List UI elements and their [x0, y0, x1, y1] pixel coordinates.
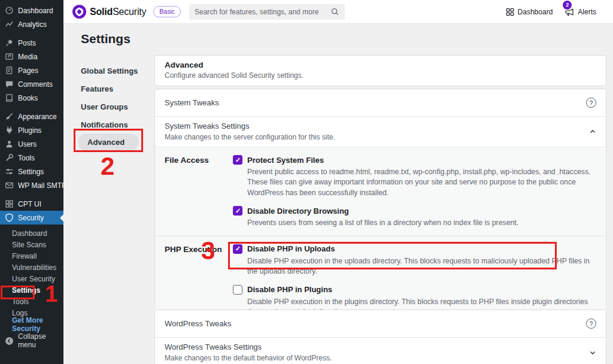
- tab-global-settings[interactable]: Global Settings: [78, 62, 148, 80]
- submenu-item-dashboard[interactable]: Dashboard: [0, 228, 63, 239]
- sidebar-item-label: Media: [18, 53, 38, 61]
- sidebar-item-books[interactable]: Books: [0, 91, 63, 105]
- submenu-item-label: Dashboard: [12, 229, 47, 238]
- submenu-item-label: Firewall: [12, 252, 37, 260]
- submenu-item-label: Site Scans: [12, 241, 46, 249]
- analytics-icon: [5, 20, 14, 29]
- chevron-up-icon[interactable]: [589, 128, 596, 135]
- plugin-topbar: SolidSecurity Basic Dashboard 2 Alerts: [63, 0, 613, 24]
- topbar-alerts-button[interactable]: 2 Alerts: [565, 7, 596, 17]
- comment-icon: [5, 80, 14, 89]
- option-description: Prevent public access to readme.html, re…: [247, 167, 594, 198]
- annotation-number-2: 2: [101, 154, 114, 179]
- collapse-arrow-icon: [5, 336, 14, 345]
- search-input[interactable]: [195, 8, 330, 16]
- sidebar-item-label: Settings: [18, 168, 44, 176]
- sidebar-item-label: WP Mail SMTP: [18, 181, 66, 190]
- option-label[interactable]: Protect System Files: [247, 156, 324, 165]
- tab-advanced[interactable]: Advanced: [78, 134, 139, 151]
- topbar-dashboard-button[interactable]: Dashboard: [506, 8, 553, 16]
- sidebar-item-plugins[interactable]: Plugins: [0, 123, 63, 137]
- sidebar-item-label: CPT UI: [18, 200, 41, 208]
- sidebar-item-media[interactable]: Media: [0, 50, 63, 63]
- submenu-item-vulnerabilities[interactable]: Vulnerabilities: [0, 262, 63, 273]
- collapse-menu-button[interactable]: Collapse menu: [0, 333, 63, 348]
- card-title: System Tweaks: [165, 98, 219, 107]
- wordpress-tweaks-settings-header[interactable]: WordPress Tweaks Settings Make changes t…: [155, 338, 606, 364]
- submenu-item-label: Settings: [12, 286, 40, 295]
- page-icon: [5, 66, 14, 75]
- submenu-item-label: Get More Security: [12, 316, 63, 333]
- file-access-group: File Access Protect System Files Prevent…: [155, 147, 606, 236]
- sidebar-item-users[interactable]: Users: [0, 137, 63, 151]
- sidebar-item-label: Posts: [18, 39, 36, 47]
- tab-label: Global Settings: [81, 66, 138, 75]
- submenu-item-label: User Security: [12, 275, 55, 283]
- submenu-item-label: Tools: [12, 298, 29, 306]
- option-label[interactable]: Disable PHP in Plugins: [247, 285, 332, 294]
- sidebar-item-comments[interactable]: Comments: [0, 77, 63, 91]
- protect-system-files-checkbox[interactable]: [233, 155, 242, 165]
- menu-separator: [0, 31, 63, 36]
- sidebar-item-tools[interactable]: Tools: [0, 151, 63, 165]
- option-label[interactable]: Disable PHP in Uploads: [247, 244, 335, 253]
- sidebar-item-appearance[interactable]: Appearance: [0, 110, 63, 123]
- topbar-alerts-label: Alerts: [578, 8, 596, 16]
- shield-icon: [5, 213, 14, 222]
- tab-features[interactable]: Features: [78, 80, 148, 98]
- sidebar-item-settings[interactable]: Settings: [0, 165, 63, 178]
- submenu-item-label: Vulnerabilities: [12, 263, 56, 272]
- disable-directory-browsing-checkbox[interactable]: [233, 206, 242, 216]
- sidebar-item-label: Appearance: [18, 113, 57, 121]
- disable-php-in-uploads-checkbox[interactable]: [233, 244, 242, 254]
- sidebar-item-label: Pages: [18, 66, 38, 75]
- help-icon[interactable]: ?: [586, 318, 596, 329]
- sidebar-item-label: Comments: [18, 80, 53, 89]
- submenu-item-tools[interactable]: Tools: [0, 296, 63, 307]
- sidebar-item-label: Analytics: [18, 20, 47, 29]
- option-description: Disable PHP execution in the uploads dir…: [247, 256, 594, 277]
- disable-php-in-plugins-checkbox[interactable]: [233, 285, 242, 295]
- submenu-item-site-scans[interactable]: Site Scans: [0, 239, 63, 250]
- plan-badge: Basic: [153, 6, 181, 17]
- submenu-item-settings[interactable]: Settings: [0, 284, 63, 296]
- wordpress-tweaks-card: WordPress Tweaks ? WordPress Tweaks Sett…: [154, 310, 606, 364]
- book-icon: [5, 93, 14, 102]
- brand-name-bold: Solid: [90, 7, 113, 17]
- settings-group-title: System Tweaks Settings: [165, 122, 335, 131]
- tab-user-groups[interactable]: User Groups: [78, 98, 148, 116]
- sidebar-item-label: Dashboard: [18, 7, 53, 15]
- sidebar-item-dashboard[interactable]: Dashboard: [0, 4, 63, 17]
- option-label[interactable]: Disable Directory Browsing: [247, 207, 349, 216]
- sliders-icon: [5, 167, 14, 176]
- sidebar-item-security[interactable]: Security: [0, 211, 63, 225]
- collapse-menu-label: Collapse menu: [18, 332, 59, 349]
- option-description: Prevents users from seeing a list of fil…: [247, 218, 594, 228]
- admin-sidebar: Dashboard Analytics Posts Media Pages Co…: [0, 0, 63, 364]
- option-protect-system-files: Protect System Files Prevent public acce…: [233, 155, 594, 198]
- topbar-actions: Dashboard 2 Alerts: [506, 7, 613, 17]
- brush-icon: [5, 112, 14, 121]
- system-tweaks-header: System Tweaks ?: [155, 89, 606, 117]
- tab-label: User Groups: [81, 102, 128, 111]
- system-tweaks-settings-header[interactable]: System Tweaks Settings Make changes to t…: [155, 117, 606, 147]
- settings-group-title: WordPress Tweaks Settings: [165, 342, 332, 351]
- tab-notifications[interactable]: Notifications: [78, 116, 148, 134]
- sidebar-item-analytics[interactable]: Analytics: [0, 17, 63, 31]
- tab-label: Notifications: [81, 120, 128, 129]
- brand-name-light: Security: [113, 7, 146, 17]
- submenu-item-user-security[interactable]: User Security: [0, 273, 63, 284]
- sidebar-item-pages[interactable]: Pages: [0, 63, 63, 77]
- sidebar-item-posts[interactable]: Posts: [0, 36, 63, 50]
- submenu-item-firewall[interactable]: Firewall: [0, 250, 63, 262]
- app-root: Dashboard Analytics Posts Media Pages Co…: [0, 0, 613, 364]
- submenu-item-get-more-security[interactable]: Get More Security: [0, 318, 63, 330]
- sidebar-item-cpt-ui[interactable]: CPT UI: [0, 197, 63, 211]
- solid-security-logo: SolidSecurity Basic: [72, 5, 181, 19]
- search-bar[interactable]: [189, 4, 345, 20]
- sidebar-item-label: Tools: [18, 154, 35, 162]
- sidebar-item-wp-mail-smtp[interactable]: WP Mail SMTP: [0, 178, 63, 192]
- card-title: WordPress Tweaks: [165, 319, 232, 328]
- chevron-down-icon[interactable]: [589, 349, 596, 356]
- help-icon[interactable]: ?: [586, 98, 596, 108]
